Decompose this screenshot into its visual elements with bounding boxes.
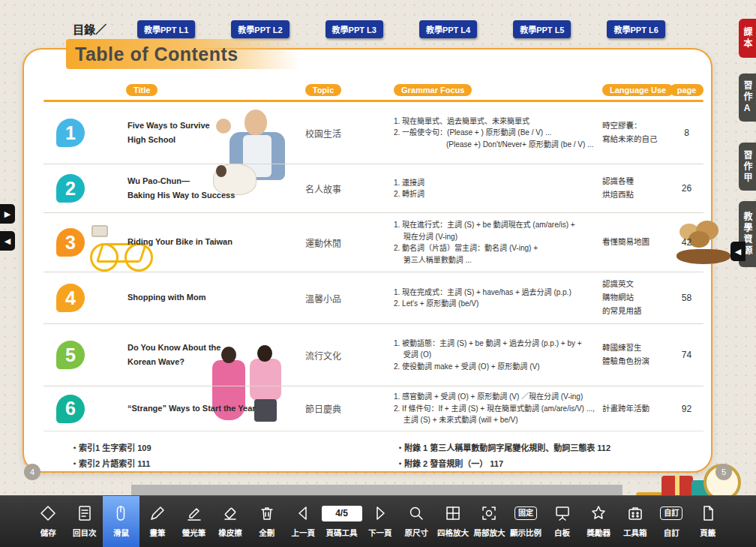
customize-button[interactable]: 自訂 自訂: [653, 496, 690, 547]
table-row: 1 Five Ways to Survive High School 校園生活 …: [44, 102, 704, 164]
delete-all-button[interactable]: 全刪: [248, 496, 285, 547]
lesson-title: Five Ways to Survive High School: [98, 119, 236, 148]
lesson-number-badge: 2: [56, 174, 85, 203]
mouse-icon: [112, 503, 130, 524]
lesson-language-use: 時空膠囊： 寫給未來的自己: [602, 119, 670, 146]
index-note: ・索引1 生字索引 109: [70, 440, 396, 456]
page-tabs-button[interactable]: 頁籤: [690, 496, 727, 547]
four-grid-icon: [444, 503, 462, 524]
save-icon: [39, 503, 57, 524]
lesson-grammar: 1. 現在簡單式、過去簡單式、未來簡單式 2. 一般使令句：(Please + …: [350, 116, 602, 151]
lesson-number-badge: 3: [56, 228, 85, 257]
lesson-page: 26: [670, 183, 704, 194]
reward-tool-button[interactable]: 獎勵器: [580, 496, 617, 547]
lesson-language-use: 看懂簡易地圖: [602, 236, 670, 249]
previous-page-button[interactable]: 上一頁: [285, 496, 322, 547]
lesson-topic: 節日慶典: [296, 402, 350, 415]
partial-zoom-icon: [480, 503, 498, 524]
lesson-grammar: 1. 被動語態：主詞 (S) + be 動詞 + 過去分詞 (p.p.) + b…: [350, 338, 602, 373]
lesson-grammar: 1. 感官動詞 + 受詞 (O) + 原形動詞 (V) ／現在分詞 (V-ing…: [350, 391, 602, 426]
toolbox-button[interactable]: 工具箱: [616, 496, 653, 547]
breadcrumb: 目錄／: [73, 21, 106, 37]
prev-icon: [294, 503, 312, 524]
lesson-language-use: 認識英文 購物網站 的常見用語: [602, 278, 670, 318]
whiteboard-icon: [554, 503, 572, 524]
lesson-topic: 流行文化: [296, 349, 350, 362]
back-to-toc-button[interactable]: 回目次: [67, 496, 104, 547]
appendix-note: ・附錄 1 第三人稱單數動詞字尾變化規則、動詞三態表 112: [396, 440, 704, 456]
contents-page-card: Title Topic Grammar Focus Language Use p…: [22, 48, 712, 473]
display-ratio-button[interactable]: 固定 顯示比例: [508, 496, 544, 547]
column-header-grammar: Grammar Focus: [394, 84, 472, 96]
ppt-l2-button[interactable]: 教學PPT L2: [231, 20, 289, 38]
lesson-title: Wu Pao-Chun— Baking His Way to Success: [98, 174, 236, 203]
lesson-number-badge: 4: [56, 284, 85, 312]
mouse-tool-button[interactable]: 滑鼠: [103, 496, 140, 547]
lesson-grammar: 1. 連接詞 2. 轉折詞: [350, 177, 602, 200]
pen-tool-button[interactable]: 畫筆: [140, 496, 176, 547]
index-note: ・索引2 片語索引 111: [70, 456, 396, 472]
sidebar-tab-textbook[interactable]: 課本: [739, 19, 756, 58]
original-size-button[interactable]: 原尺寸: [398, 496, 435, 547]
lesson-title: Riding Your Bike in Taiwan: [98, 235, 236, 249]
table-row: 4 Shopping with Mom 溫馨小品 1. 現在完成式：主詞 (S)…: [44, 272, 704, 323]
toolbox-icon: [626, 503, 644, 524]
page-number-tool[interactable]: 4/5 頁碼工具: [322, 496, 362, 547]
ppt-l5-button[interactable]: 教學PPT L5: [513, 20, 571, 38]
pen-icon: [148, 503, 166, 524]
bookmark-icon: [699, 503, 717, 524]
table-row: 2 Wu Pao-Chun— Baking His Way to Success…: [44, 164, 704, 212]
column-header-page: page: [670, 84, 704, 96]
column-header-language-use: Language Use: [602, 84, 674, 96]
lesson-number-badge: 5: [56, 341, 85, 369]
lesson-language-use: 計畫跨年活動: [602, 402, 670, 416]
toc-icon: [76, 503, 94, 524]
flip-back-button[interactable]: ◀: [0, 231, 15, 251]
page-number-right: 5: [716, 464, 732, 480]
lesson-topic: 名人故事: [296, 182, 350, 195]
table-row: 3 Riding Your Bike in Taiwan 運動休閒 1. 現在進…: [44, 212, 704, 272]
lesson-number-badge: 6: [56, 395, 85, 423]
page-number-input[interactable]: 4/5: [322, 506, 362, 521]
table-row: 6 “Strange” Ways to Start the Year 節日慶典 …: [44, 386, 704, 431]
save-button[interactable]: 儲存: [30, 496, 67, 547]
lesson-number-badge: 1: [56, 119, 85, 147]
ppt-l6-button[interactable]: 教學PPT L6: [607, 20, 664, 38]
column-header-topic: Topic: [305, 84, 342, 96]
partial-zoom-button[interactable]: 局部放大: [471, 496, 508, 547]
flip-back-right-button[interactable]: ◀: [730, 242, 746, 261]
lesson-title: “Strange” Ways to Start the Year: [98, 401, 236, 416]
sidebar-tab-workbook-a[interactable]: 習作A: [739, 74, 756, 122]
ppt-button-row: 教學PPT L1 教學PPT L2 教學PPT L3 教學PPT L4 教學PP…: [137, 20, 665, 38]
ppt-l4-button[interactable]: 教學PPT L4: [419, 20, 477, 38]
eraser-icon: [221, 503, 239, 524]
custom-box-icon: 自訂: [660, 506, 682, 520]
bottom-toolbar: 儲存 回目次 滑鼠 畫筆 螢光筆: [0, 495, 756, 547]
lesson-topic: 校園生活: [296, 127, 350, 140]
page-spread-area: 教學PPT L1 教學PPT L2 教學PPT L3 教學PPT L4 教學PP…: [0, 0, 756, 495]
next-page-button[interactable]: 下一頁: [362, 496, 399, 547]
lesson-page: 58: [670, 293, 704, 303]
lesson-language-use: 韓國練習生 體驗角色扮演: [602, 341, 670, 368]
column-header-title: Title: [126, 84, 158, 96]
lesson-page: 8: [670, 128, 704, 138]
eraser-tool-button[interactable]: 橡皮擦: [212, 496, 249, 547]
lesson-grammar: 1. 現在進行式：主詞 (S) + be 動詞現在式 (am/are/is) +…: [350, 219, 602, 266]
lesson-title: Shopping with Mom: [98, 290, 236, 305]
ppt-l3-button[interactable]: 教學PPT L3: [326, 20, 383, 38]
four-panel-zoom-button[interactable]: 四格放大: [435, 496, 472, 547]
flip-forward-button[interactable]: ▶: [0, 204, 15, 224]
ppt-l1-button[interactable]: 教學PPT L1: [137, 20, 195, 38]
table-row: 5 Do You Know About the Korean Wave? 流行文…: [44, 323, 704, 386]
lesson-topic: 溫馨小品: [296, 292, 350, 305]
whiteboard-button[interactable]: 白板: [544, 496, 580, 547]
highlighter-tool-button[interactable]: 螢光筆: [176, 496, 212, 547]
star-icon: [590, 503, 608, 524]
lesson-title: Do You Know About the Korean Wave?: [98, 341, 236, 370]
magnifier-icon: [407, 503, 425, 524]
sidebar-tab-workbook-b[interactable]: 習作甲: [739, 143, 756, 191]
appendix-note: ・附錄 2 發音規則（一） 117: [396, 456, 704, 472]
table-header-row: Title Topic Grammar Focus Language Use p…: [44, 84, 704, 96]
lesson-topic: 運動休閒: [296, 236, 350, 249]
page-title: Table of Contents: [66, 44, 238, 65]
